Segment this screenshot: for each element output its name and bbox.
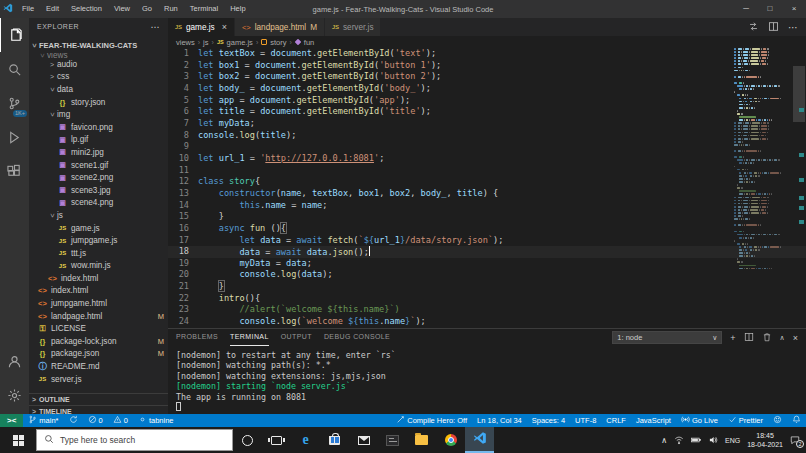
code-line-3[interactable]: 3let box2 = document.getElementById('but… bbox=[168, 71, 806, 83]
kill-terminal-icon[interactable] bbox=[762, 332, 772, 344]
status-spaces-4[interactable]: Spaces: 4 bbox=[527, 414, 570, 427]
tree-item-img[interactable]: >img bbox=[29, 108, 168, 121]
code-editor[interactable]: 1let textBox = document.getElementById('… bbox=[168, 48, 806, 328]
editor-scrollbar[interactable] bbox=[792, 48, 806, 328]
taskbar-app-vscode[interactable] bbox=[465, 427, 494, 453]
code-line-12[interactable]: 12class story{ bbox=[168, 176, 806, 188]
menu-selection[interactable]: Selection bbox=[65, 0, 108, 18]
status-ln-18-col-34[interactable]: Ln 18, Col 34 bbox=[472, 414, 527, 427]
close-icon[interactable]: × bbox=[782, 0, 806, 18]
code-line-13[interactable]: 13 constructor(name, textBox, box1, box2… bbox=[168, 188, 806, 200]
code-line-18[interactable]: 18 data = await data.json(); bbox=[168, 246, 806, 258]
close-panel-icon[interactable]: × bbox=[793, 333, 798, 343]
menu-edit[interactable]: Edit bbox=[40, 0, 65, 18]
tree-item-scene2.png[interactable]: ▣scene2.png bbox=[29, 171, 168, 184]
breadcrumb-item[interactable]: fun bbox=[304, 38, 314, 47]
tree-item-data[interactable]: >data bbox=[29, 83, 168, 96]
tray-expand-icon[interactable]: ∧ bbox=[661, 436, 667, 445]
code-line-11[interactable]: 11 bbox=[168, 165, 806, 177]
taskbar-app-mail[interactable] bbox=[349, 427, 378, 453]
workspace-root-folder[interactable]: > FEAR-THE-WALKING-CATS bbox=[29, 39, 168, 52]
status-bell[interactable] bbox=[787, 414, 806, 427]
status-compile-hero-off[interactable]: Compile Hero: Off bbox=[391, 414, 472, 427]
maximize-icon[interactable]: □ bbox=[758, 0, 782, 18]
close-tab-icon[interactable]: × bbox=[222, 22, 227, 32]
menu-help[interactable]: Help bbox=[224, 0, 251, 18]
tree-item-favicon.png[interactable]: ▣favicon.png bbox=[29, 121, 168, 134]
panel-tab-output[interactable]: OUTPUT bbox=[281, 329, 312, 346]
minimize-icon[interactable]: ─ bbox=[734, 0, 758, 18]
code-line-7[interactable]: 7let myData; bbox=[168, 118, 806, 130]
taskbar-app-cortana[interactable] bbox=[233, 427, 262, 453]
tree-item-audio[interactable]: >audio bbox=[29, 58, 168, 71]
menu-run[interactable]: Run bbox=[158, 0, 184, 18]
status-utf-8[interactable]: UTF-8 bbox=[570, 414, 601, 427]
tree-item-package-lock.json[interactable]: {}package-lock.jsonM bbox=[29, 335, 168, 348]
minimap[interactable] bbox=[734, 48, 792, 328]
terminal-output[interactable]: [nodemon] to restart at any time, enter … bbox=[168, 346, 806, 412]
taskbar-app-command-prompt[interactable] bbox=[378, 427, 407, 453]
network-icon[interactable] bbox=[674, 435, 684, 446]
code-line-19[interactable]: 19 myData = data; bbox=[168, 258, 806, 270]
clock[interactable]: 18:45 18-04-2021 bbox=[747, 431, 783, 449]
activity-search[interactable] bbox=[0, 52, 29, 86]
status-feedback[interactable] bbox=[768, 414, 787, 427]
breadcrumb-item[interactable]: game.js bbox=[227, 38, 253, 47]
taskbar-app-task-view[interactable] bbox=[262, 427, 291, 453]
explorer-more-actions-icon[interactable]: ⋯ bbox=[151, 22, 161, 32]
taskbar-app-chrome[interactable] bbox=[436, 427, 465, 453]
menu-file[interactable]: File bbox=[16, 0, 40, 18]
activity-run-debug[interactable] bbox=[0, 120, 29, 154]
status-tabnine[interactable]: tabnine bbox=[133, 414, 179, 427]
panel-tab-debug-console[interactable]: DEBUG CONSOLE bbox=[324, 329, 390, 346]
taskbar-app-edge[interactable]: e bbox=[291, 427, 320, 453]
taskbar-app-store[interactable] bbox=[320, 427, 349, 453]
tree-item-scene1.gif[interactable]: ▣scene1.gif bbox=[29, 159, 168, 172]
code-line-23[interactable]: 23 //alert(`welcome ${this.name}`) bbox=[168, 304, 806, 316]
code-line-4[interactable]: 4let body_ = document.getElementById('bo… bbox=[168, 83, 806, 95]
terminal-shell-select[interactable]: 1: node ∨ bbox=[612, 331, 722, 344]
panel-tab-terminal[interactable]: TERMINAL bbox=[230, 329, 269, 346]
activity-source-control[interactable]: 1K+ bbox=[0, 86, 29, 120]
tree-item-readme.md[interactable]: ⓘREADME.md bbox=[29, 360, 168, 373]
code-line-24[interactable]: 24 console.log(`welcome ${this.name}`); bbox=[168, 316, 806, 328]
code-line-10[interactable]: 10let url_1 = 'http://127.0.0.1:8081'; bbox=[168, 153, 806, 165]
tree-item-landpage.html[interactable]: <>landpage.htmlM bbox=[29, 310, 168, 323]
menu-go[interactable]: Go bbox=[136, 0, 158, 18]
code-line-8[interactable]: 8console.log(title); bbox=[168, 130, 806, 142]
taskbar-app-file-explorer[interactable] bbox=[407, 427, 436, 453]
tree-item-wow.min.js[interactable]: JSwow.min.js bbox=[29, 260, 168, 273]
tab-landpage.html[interactable]: <>landpage.htmlM bbox=[235, 18, 325, 36]
code-line-22[interactable]: 22 intro(){ bbox=[168, 293, 806, 305]
tree-item-license[interactable]: ⚿LICENSE bbox=[29, 322, 168, 335]
tree-item-ttt.js[interactable]: JSttt.js bbox=[29, 247, 168, 260]
status-main-[interactable]: main* bbox=[23, 414, 63, 427]
code-line-6[interactable]: 6let title = document.getElementById('ti… bbox=[168, 106, 806, 118]
activity-account[interactable] bbox=[0, 344, 29, 378]
activity-extensions[interactable] bbox=[0, 154, 29, 188]
code-line-2[interactable]: 2let box1 = document.getElementById('but… bbox=[168, 60, 806, 72]
activity-explorer[interactable] bbox=[0, 18, 29, 52]
code-line-1[interactable]: 1let textBox = document.getElementById('… bbox=[168, 48, 806, 60]
status-go-live[interactable]: Go Live bbox=[676, 414, 723, 427]
tree-item-css[interactable]: >css bbox=[29, 71, 168, 84]
code-line-5[interactable]: 5let app = document.getElementById('app'… bbox=[168, 95, 806, 107]
menu-view[interactable]: View bbox=[108, 0, 136, 18]
scrollbar-thumb[interactable] bbox=[793, 66, 805, 122]
language-indicator[interactable]: ENG bbox=[725, 437, 740, 444]
tree-item-scene3.jpg[interactable]: ▣scene3.jpg bbox=[29, 184, 168, 197]
open-changes-icon[interactable] bbox=[748, 18, 759, 36]
tree-item-story.json[interactable]: {}story.json bbox=[29, 96, 168, 109]
tab-game.js[interactable]: JSgame.js× bbox=[168, 18, 235, 36]
tree-item-server.js[interactable]: JSserver.js bbox=[29, 373, 168, 386]
tree-item-jumpgame.js[interactable]: JSjumpgame.js bbox=[29, 234, 168, 247]
status-0[interactable]: 0 bbox=[108, 414, 133, 427]
status-0[interactable]: 0 bbox=[83, 414, 108, 427]
code-line-17[interactable]: 17 let data = await fetch(`${url_1}/data… bbox=[168, 235, 806, 247]
taskbar-search-input[interactable]: Type here to search bbox=[36, 429, 233, 451]
new-terminal-icon[interactable]: + bbox=[730, 333, 735, 343]
status-prettier[interactable]: Prettier bbox=[723, 414, 768, 427]
status-crlf[interactable]: CRLF bbox=[601, 414, 631, 427]
tree-item-scene4.png[interactable]: ▣scene4.png bbox=[29, 197, 168, 210]
code-line-20[interactable]: 20 console.log(data); bbox=[168, 269, 806, 281]
